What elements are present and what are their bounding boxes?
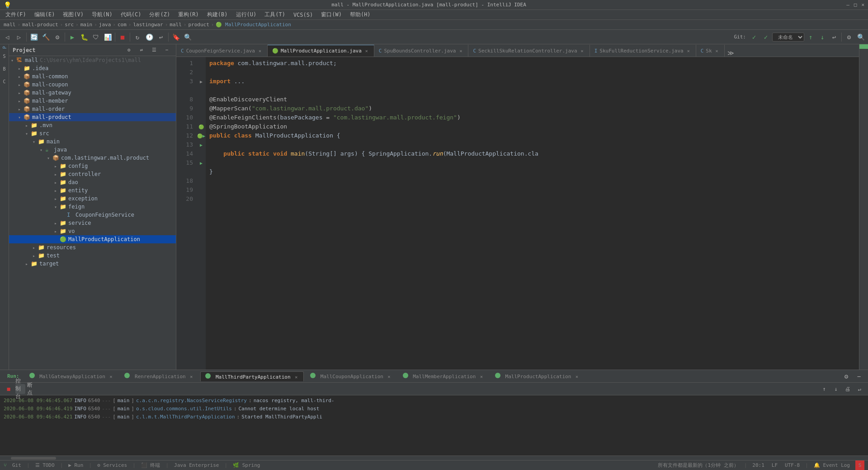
tab-sk[interactable]: C Sk ✕ [696,45,725,57]
tree-item-mall-common[interactable]: ▸ 📦 mall-common [9,72,176,81]
toolbar-rebuild-btn[interactable]: ⚙ [52,32,63,43]
run-tab-close-coupon[interactable]: ✕ [387,374,392,380]
toolbar-coverage-btn[interactable]: 🛡 [90,32,101,43]
breadcrumb-java[interactable]: java [99,22,111,28]
breadcrumb-main[interactable]: main [80,22,93,28]
tree-item-mall-coupon[interactable]: ▸ 📦 mall-coupon [9,81,176,89]
menu-view[interactable]: 视图(V) [59,10,87,19]
tabs-more-button[interactable]: ≫ [725,49,737,57]
sidebar-commit-icon[interactable]: C [0,76,10,87]
scrollbar-thumb[interactable] [11,457,56,460]
project-minimize-icon[interactable]: − [161,45,172,56]
toolbar-debug-btn[interactable]: 🐛 [79,32,90,43]
toolbar-search-everywhere-btn[interactable]: 🔍 [182,32,193,43]
toolbar-revert-btn[interactable]: ↩ [156,32,166,43]
status-services[interactable]: ⚙ Services [95,462,129,468]
tree-item-feign[interactable]: ▾ 📁 feign [9,203,176,211]
run-scroll-btn[interactable]: ↑ [819,384,829,394]
toolbar-search-btn[interactable]: 🔍 [855,32,866,43]
breadcrumb-class[interactable]: 🟢 MallProductApplication [216,22,291,28]
sidebar-structure-icon[interactable]: S [0,51,10,62]
breadcrumb-product[interactable]: product [188,22,209,28]
git-pull-btn[interactable]: ↓ [817,32,828,43]
project-sync-icon[interactable]: ⇌ [136,45,147,56]
run-tab-thirdparty[interactable]: MallThirdPartyApplication ✕ [200,371,304,381]
status-git[interactable]: Git [10,462,23,468]
toolbar-settings-btn[interactable]: ⚙ [844,32,854,43]
tree-item-mall[interactable]: ▾ 🏗 mall C:\Users\yhm\IdeaProjects1\mall [9,56,176,64]
breadcrumb-lastingwar[interactable]: lastingwar [133,22,163,28]
menu-vcs[interactable]: VCS(S) [290,11,316,19]
run-stop-btn[interactable]: ■ [4,384,14,394]
tree-item-mall-order[interactable]: ▸ 📦 mall-order [9,105,176,113]
breadcrumb-mall-product[interactable]: mall-product [22,22,58,28]
git-branch-select[interactable]: 未命名 [772,33,804,42]
menu-run[interactable]: 运行(U) [232,10,260,19]
breadcrumb-com[interactable]: com [118,22,127,28]
status-run[interactable]: ▶ Run [66,462,85,468]
tab-spubounds[interactable]: C SpuBoundsController.java ✕ [374,45,469,57]
tree-item-main[interactable]: ▾ 📁 main [9,138,176,146]
tree-item-java[interactable]: ▾ ☕ java [9,146,176,154]
run-tab-close-member[interactable]: ✕ [479,374,484,380]
menu-refactor[interactable]: 重构(R) [175,10,203,19]
tree-item-resources[interactable]: ▸ 📁 resources [9,243,176,252]
menu-edit[interactable]: 编辑(E) [31,10,59,19]
minimize-button[interactable]: — [846,2,849,8]
menu-navigate[interactable]: 导航(N) [88,10,116,19]
toolbar-update-btn[interactable]: ↻ [132,32,143,43]
run-tab-close-renren[interactable]: ✕ [189,374,194,380]
tab-close-spubounds[interactable]: ✕ [458,48,463,54]
tree-item-entity[interactable]: ▸ 📁 entity [9,186,176,195]
tree-item-mall-member[interactable]: ▸ 📦 mall-member [9,97,176,105]
tree-item-mall-product[interactable]: ▾ 📦 mall-product [9,113,176,121]
menu-analyze[interactable]: 分析(Z) [146,10,174,19]
tab-coupon-feign[interactable]: C CouponFeignService.java ✕ [176,45,268,57]
tree-item-dao[interactable]: ▸ 📁 dao [9,178,176,186]
tab-seckill[interactable]: C SeckillSkuRelationController.java ✕ [468,45,590,57]
run-tab-close-thirdparty[interactable]: ✕ [293,374,299,380]
menu-build[interactable]: 构建(B) [203,10,231,19]
tree-item-idea[interactable]: ▸ 📁 .idea [9,64,176,72]
bottom-minimize-btn[interactable]: − [854,371,864,382]
tree-item-vo[interactable]: ▸ 📁 vo [9,227,176,235]
maximize-button[interactable]: □ [854,2,857,8]
tree-item-config[interactable]: ▸ 📁 config [9,162,176,170]
toolbar-back-btn[interactable]: ◁ [2,32,13,43]
tab-mall-product-app[interactable]: 🟢 MallProductApplication.java ✕ [268,45,374,57]
menu-tools[interactable]: 工具(T) [261,10,289,19]
run-wrap-btn[interactable]: ↵ [854,384,864,394]
git-push-btn[interactable]: ↑ [805,32,816,43]
toolbar-history-btn[interactable]: 🕐 [144,32,155,43]
run-breakpoints-btn[interactable]: 断点 [27,384,37,394]
run-tab-close-product[interactable]: ✕ [574,374,580,380]
breadcrumb-src[interactable]: src [65,22,74,28]
status-position[interactable]: 20:1 [750,462,766,468]
run-tab-coupon[interactable]: MallCouponApplication ✕ [306,371,396,381]
run-tab-renren[interactable]: RenrenApplication ✕ [120,371,198,381]
tree-item-src[interactable]: ▾ 📁 src [9,129,176,138]
log-content[interactable]: 2020-06-08 09:46:45.067 INFO 6540 --- [ … [0,395,868,456]
run-tab-gateway[interactable]: MallGatewayApplication ✕ [25,371,118,381]
git-checkmark1[interactable]: ✓ [749,32,760,43]
git-checkmark2[interactable]: ✓ [760,32,771,43]
tree-item-exception[interactable]: ▸ 📁 exception [9,195,176,203]
tab-close-seckill[interactable]: ✕ [580,48,585,54]
breadcrumb-mall[interactable]: mall [4,22,16,28]
menu-window[interactable]: 窗口(W) [317,10,345,19]
tree-item-target[interactable]: ▸ 📁 target [9,260,176,268]
tree-item-coupon-feign-service[interactable]: I CouponFeignService [9,211,176,219]
toolbar-bookmark-btn[interactable]: 🔖 [170,32,181,43]
menu-code[interactable]: 代码(C) [117,10,145,19]
tab-skufull[interactable]: I SkuFullReductionService.java ✕ [590,45,696,57]
tab-close-skufull[interactable]: ✕ [686,48,691,54]
run-tab-member[interactable]: MallMemberApplication ✕ [398,371,489,381]
status-terminal[interactable]: ⬛ 终端 [139,462,162,469]
tree-item-package[interactable]: ▾ 📦 com.lastingwar.mall.product [9,154,176,162]
tree-item-mall-product-app[interactable]: 🟢 MallProductApplication [9,235,176,243]
project-settings-icon[interactable]: ⚙ [123,45,134,56]
tab-close-coupon[interactable]: ✕ [257,48,263,54]
status-java-enterprise[interactable]: Java Enterprise [172,462,221,468]
git-revert-btn[interactable]: ↩ [829,32,840,43]
code-content[interactable]: package com.lastingwar.mall.product; imp… [206,57,859,370]
